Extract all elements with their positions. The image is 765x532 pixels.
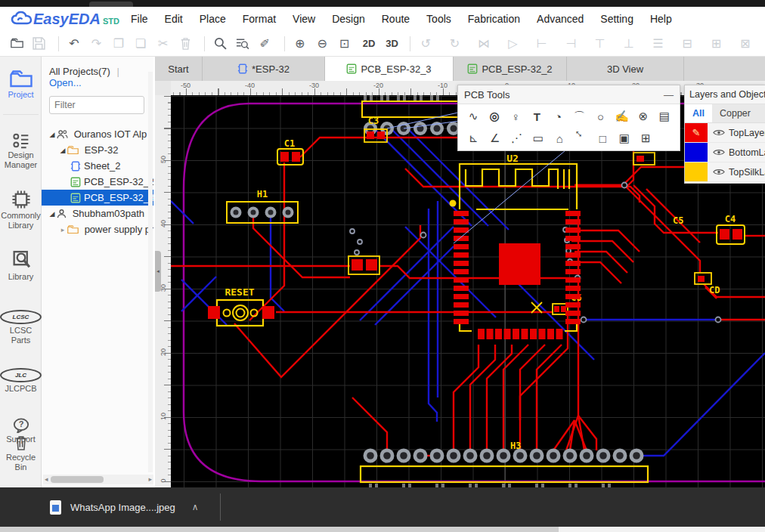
save-icon[interactable]	[29, 35, 48, 53]
delete-icon[interactable]	[176, 35, 194, 53]
redo-icon[interactable]: ↷	[87, 35, 105, 53]
sidebar-item-commonly-library[interactable]: Commonly Library	[0, 190, 42, 230]
search-icon[interactable]	[211, 35, 229, 53]
text-icon[interactable]: T	[526, 107, 547, 126]
pcb-tools-titlebar[interactable]: PCB Tools —	[458, 85, 680, 104]
minimize-icon[interactable]: —	[664, 89, 674, 101]
menu-route[interactable]: Route	[373, 10, 418, 28]
menu-advanced[interactable]: Advanced	[528, 10, 592, 28]
toplayer-color-swatch[interactable]: ✎	[685, 123, 708, 143]
copy-icon[interactable]: ❐	[110, 35, 128, 53]
easyeda-logo[interactable]: EasyEDA STD	[11, 11, 122, 28]
tree-item-user-shubham[interactable]: ◢ Shubham03path	[42, 206, 153, 221]
drag-icon[interactable]: ✍	[612, 107, 633, 126]
distribute-vertical-icon[interactable]: ⊟	[678, 35, 696, 53]
rotate-ccw-icon[interactable]: ↺	[417, 35, 435, 53]
menu-view[interactable]: View	[284, 10, 324, 28]
measure-distance-icon[interactable]: ⋰	[506, 128, 528, 148]
zoom-fit-icon[interactable]: ⊡	[335, 35, 353, 53]
track-icon[interactable]: ∿	[463, 107, 484, 126]
cut-icon[interactable]: ✂	[153, 35, 172, 53]
menu-edit[interactable]: Edit	[156, 10, 191, 28]
panelize-icon[interactable]: ⊞	[635, 128, 657, 148]
solid-region-icon[interactable]: ▭	[528, 128, 550, 148]
align-grid-icon[interactable]: ⊞	[707, 35, 725, 53]
scroll-right-arrow[interactable]: ▸	[148, 475, 152, 484]
chevron-up-icon[interactable]: ∧	[192, 502, 199, 512]
align-bottom-icon[interactable]: ⊥	[620, 35, 638, 53]
open-icon[interactable]	[8, 35, 26, 53]
menu-help[interactable]: Help	[642, 10, 680, 28]
menu-place[interactable]: Place	[191, 10, 234, 28]
tree-item-workspace[interactable]: ◢ Ouranos IOT Alp	[42, 126, 153, 142]
undo-icon[interactable]: ↶	[65, 35, 83, 53]
eye-icon[interactable]	[713, 149, 725, 156]
layer-row-toplayer[interactable]: ✎ TopLayer	[685, 123, 765, 143]
panel-collapse-handle[interactable]: ◂	[155, 251, 161, 292]
bottom-copper-traces[interactable]	[171, 128, 765, 456]
view-2d-button[interactable]: 2D	[363, 38, 376, 49]
distribute-horizontal-icon[interactable]: ☰	[649, 35, 667, 53]
menu-fabrication[interactable]: Fabrication	[460, 10, 528, 28]
circle-icon[interactable]: ○	[590, 107, 612, 126]
layer-row-topsilklayer[interactable]: TopSilkLayer	[685, 162, 765, 182]
component-reset-button[interactable]: RESET	[208, 286, 274, 326]
align-right-icon[interactable]: ⊣	[562, 35, 580, 53]
flip-vertical-icon[interactable]: ▷	[503, 35, 522, 53]
project-panel-vertical-scrollbar[interactable]	[148, 72, 153, 472]
menu-setting[interactable]: Setting	[592, 10, 642, 28]
arc-center-icon[interactable]: ◔	[547, 107, 568, 126]
tree-item-esp32-project[interactable]: ◢ ESP-32	[42, 142, 153, 158]
tab-3d-view[interactable]: 3D View	[567, 57, 684, 81]
component-c4[interactable]: C4	[717, 214, 745, 244]
download-item[interactable]: WhatsApp Image....jpeg ∧	[50, 500, 199, 515]
arc-icon[interactable]: ⌒	[568, 107, 590, 126]
menu-tools[interactable]: Tools	[418, 10, 460, 28]
layer-row-bottomlayer[interactable]: BottomLayer	[685, 143, 765, 162]
tab-start[interactable]: Start	[155, 57, 203, 81]
filter-input[interactable]	[49, 96, 144, 114]
sidebar-item-library[interactable]: Library	[0, 249, 42, 282]
component-small-cap[interactable]	[348, 256, 379, 274]
tree-item-pcb-esp32-3-selected[interactable]: PCB_ESP-32_3	[42, 190, 153, 206]
origin-mark-icon[interactable]: ⊗	[633, 107, 654, 126]
sidebar-item-lcsc-parts[interactable]: LCSC LCSC Parts	[0, 310, 42, 345]
flip-horizontal-icon[interactable]: ⋈	[475, 35, 493, 53]
zoom-in-icon[interactable]: ⊕	[290, 35, 308, 53]
component-cd[interactable]: CD	[695, 273, 720, 295]
sidebar-item-jlcpcb[interactable]: JLC JLCPCB	[0, 368, 42, 394]
tree-item-pcb-esp32-2[interactable]: PCB_ESP-32_2	[42, 174, 153, 190]
topsilklayer-color-swatch[interactable]	[685, 162, 708, 182]
zoom-out-icon[interactable]: ⊖	[313, 35, 331, 53]
align-left-icon[interactable]: ⊢	[533, 35, 551, 53]
protractor-icon[interactable]: ∠	[485, 128, 506, 148]
eye-icon[interactable]	[713, 169, 725, 175]
layers-tab-copper[interactable]: Copper	[712, 104, 758, 122]
scrollbar-thumb[interactable]	[51, 476, 104, 483]
group-icon[interactable]: ▣	[614, 128, 636, 148]
open-project-link[interactable]: Open...	[49, 77, 82, 88]
expander-icon[interactable]: ◢	[58, 147, 67, 154]
tab-pcb-esp32-3[interactable]: PCB_ESP-32_3	[325, 57, 454, 81]
expander-icon[interactable]: ▸	[58, 226, 67, 234]
menu-format[interactable]: Format	[234, 10, 284, 28]
pcb-canvas[interactable]: C3 C1 H1	[171, 95, 765, 487]
via-icon[interactable]: ◎	[484, 107, 505, 126]
view-3d-button[interactable]: 3D	[386, 38, 398, 49]
eye-icon[interactable]	[713, 129, 725, 136]
sidebar-item-recycle-bin[interactable]: Recycle Bin	[0, 435, 42, 472]
measure-icon[interactable]: ✐	[256, 35, 274, 53]
sidebar-item-project[interactable]: Project	[0, 70, 42, 100]
dimension-icon[interactable]: ⊾	[463, 128, 485, 148]
component-fragment[interactable]	[633, 153, 655, 165]
find-similar-icon[interactable]	[234, 35, 252, 53]
pad-icon[interactable]: ♀	[505, 107, 526, 126]
tree-item-sheet2[interactable]: Sheet_2	[42, 158, 153, 174]
menu-design[interactable]: Design	[324, 10, 373, 28]
sidebar-item-design-manager[interactable]: Design Manager	[0, 132, 42, 170]
layers-tab-all[interactable]: All	[685, 104, 712, 122]
project-panel-horizontal-scrollbar[interactable]: ◂ ▸	[43, 475, 153, 484]
scroll-left-arrow[interactable]: ◂	[45, 475, 48, 484]
paste-icon[interactable]: ❏	[132, 35, 150, 53]
tree-item-power-supply-project[interactable]: ▸ power supply proje	[42, 221, 153, 237]
